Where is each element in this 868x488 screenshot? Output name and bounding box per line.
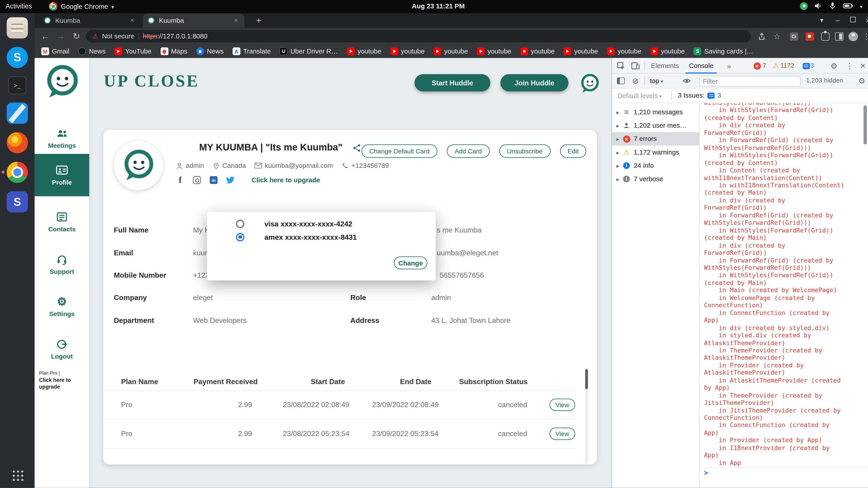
start-huddle-button[interactable]: Start Huddle [414,74,491,92]
default-levels-dropdown[interactable]: Default levels [618,92,662,100]
forward-button[interactable] [55,30,67,42]
bookmark-uber-driver[interactable]: Uber Driver R… [280,47,338,55]
sidebar-item-logout[interactable]: Logout [35,329,89,369]
bookmark-youtube-3[interactable]: youtube [390,47,425,55]
join-huddle-button[interactable]: Join Huddle [500,74,568,92]
window-maximize-button[interactable] [848,15,858,26]
sidebar-item-settings[interactable]: ⚙ Settings [35,287,89,327]
radio-selected-icon[interactable] [236,233,244,241]
device-toolbar-icon[interactable] [630,60,641,71]
radio-unselected-icon[interactable] [236,219,244,228]
menu-kebab-icon[interactable] [861,31,868,41]
dock-firefox-icon[interactable] [7,132,28,153]
devtools-menu-icon[interactable] [844,60,855,71]
bookmark-saving-cards[interactable]: Saving cards |… [694,47,753,55]
dock-terminal-icon[interactable] [8,76,26,94]
bookmark-gmail[interactable]: Gmail [41,47,69,55]
sidebar-item-meetings[interactable]: Meetings [35,118,89,158]
activities-button[interactable]: Activities [6,2,32,10]
microphone-icon[interactable] [829,2,837,10]
focused-app-menu[interactable]: Google Chrome [49,2,114,11]
tab-console[interactable]: Console [686,58,717,74]
dock-files-icon[interactable] [7,18,28,39]
bookmark-maps[interactable]: Maps [160,47,187,55]
profile-avatar-icon[interactable] [848,31,858,41]
console-scrollbar-thumb[interactable] [864,105,867,144]
bookmark-translate[interactable]: Translate [232,47,271,55]
live-expression-eye-icon[interactable] [681,75,692,86]
context-selector[interactable]: top [650,77,663,85]
warning-count-icon[interactable] [770,60,781,71]
bookmark-youtube[interactable]: YouTube [115,47,151,55]
sidebar-item-support[interactable]: Support [35,244,89,285]
dock-chrome-icon[interactable] [7,162,28,183]
tab-close-icon[interactable] [232,17,240,25]
twitter-icon[interactable] [226,175,235,184]
bookmark-youtube-6[interactable]: youtube [520,47,555,55]
window-close-button[interactable] [863,15,868,26]
tab-layout-icon[interactable] [834,31,844,41]
console-output[interactable]: WithStyles(ForwardRef(Grid))) in WithSty… [700,103,868,488]
add-card-button[interactable]: Add Card [447,144,490,158]
console-prompt[interactable] [704,467,868,478]
battery-icon[interactable] [843,2,854,9]
browser-tab-1[interactable]: Kuumba [39,13,141,28]
share-icon[interactable] [756,31,766,41]
console-filter-verbose[interactable]: 7 verbose [612,172,700,186]
more-tabs-icon[interactable] [723,60,735,71]
issues-chat-icon[interactable] [800,60,811,71]
clear-console-icon[interactable] [630,75,641,86]
console-filter-warnings[interactable]: 1,172 warnings [612,145,700,159]
new-tab-button[interactable] [253,15,264,26]
error-count-icon[interactable] [751,60,763,71]
back-button[interactable] [39,30,51,42]
linkedin-icon[interactable] [209,175,218,184]
edit-button[interactable]: Edit [560,144,587,158]
tab-search-icon[interactable] [817,15,827,26]
bookmark-youtube-9[interactable]: youtube [650,47,685,55]
console-filter-user-messages[interactable]: 1,202 user mes… [612,119,700,132]
bookmark-youtube-5[interactable]: youtube [477,47,511,55]
bookmark-youtube-7[interactable]: youtube [563,47,598,55]
kuumba-logo[interactable] [43,64,80,100]
change-default-card-button[interactable]: Change Default Card [362,144,437,158]
bookmark-star-icon[interactable] [772,31,782,41]
console-sidebar-toggle-icon[interactable] [615,75,626,86]
software-update-icon[interactable] [800,2,808,10]
address-bar[interactable]: Not secure https://127.0.0.1:8080 [86,30,751,42]
table-scrollbar[interactable] [585,368,588,464]
console-filter-errors[interactable]: 7 errors [612,132,700,145]
view-button[interactable]: View [550,428,575,440]
bookmark-youtube-4[interactable]: youtube [434,47,468,55]
extension-ci-icon[interactable] [789,31,799,41]
bookmark-news[interactable]: News [78,47,105,55]
tab-close-icon[interactable] [128,17,136,25]
unsubscribe-button[interactable]: Unsubscribe [499,144,550,158]
avatar[interactable] [114,141,163,190]
volume-icon[interactable] [814,2,823,10]
console-settings-icon[interactable] [856,75,867,86]
show-applications-icon[interactable] [11,470,23,482]
system-tray[interactable] [800,2,862,10]
sidebar-item-contacts[interactable]: Contacts [35,202,89,242]
console-filter-info[interactable]: 24 info [612,159,700,172]
bookmark-youtube-2[interactable]: youtube [347,47,381,55]
filter-input[interactable] [699,76,800,87]
issues-button[interactable]: 3 Issues: 3 [678,92,721,99]
extensions-puzzle-icon[interactable] [820,31,830,41]
dock-vscode-icon[interactable] [7,103,28,124]
dock-skype-icon[interactable] [7,47,28,68]
browser-tab-2[interactable]: Kuumba [143,13,244,28]
inspect-element-icon[interactable] [615,60,626,71]
instagram-icon[interactable] [192,175,201,184]
bookmark-news-2[interactable]: News [196,47,223,55]
view-button[interactable]: View [550,399,575,411]
sidebar-item-profile[interactable]: Profile [35,154,89,196]
bookmark-youtube-8[interactable]: youtube [607,47,641,55]
window-minimize-button[interactable] [833,15,843,26]
devtools-close-icon[interactable] [857,60,868,71]
change-button[interactable]: Change [394,256,427,269]
upgrade-link[interactable]: Click here to upgrade [252,176,320,184]
devtools-settings-icon[interactable] [829,60,839,71]
clock[interactable]: Aug 23 11:21 PM [412,2,465,10]
